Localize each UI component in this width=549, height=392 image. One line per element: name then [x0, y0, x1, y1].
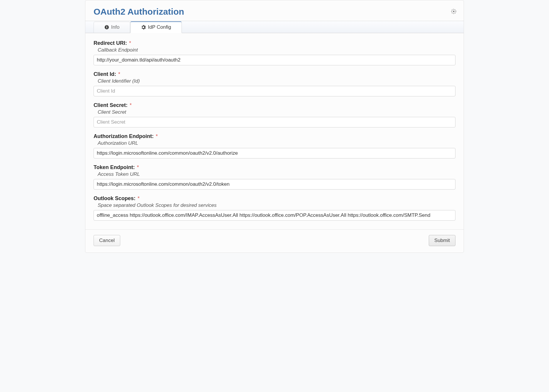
- client-id-label: Client Id: *: [94, 71, 455, 77]
- client-id-hint: Client Identifier (Id): [98, 78, 455, 84]
- required-star: *: [138, 195, 140, 201]
- redirect-uri-label: Redirect URI: *: [94, 40, 455, 46]
- cancel-button[interactable]: Cancel: [94, 235, 120, 246]
- token-endpoint-hint: Access Token URL: [98, 171, 455, 177]
- redirect-uri-input[interactable]: [94, 55, 455, 65]
- field-client-id: Client Id: * Client Identifier (Id): [94, 71, 455, 96]
- oauth2-authorization-modal: OAuth2 Authorization Info IdP Config: [85, 0, 464, 253]
- tab-info-label: Info: [111, 24, 119, 30]
- tabs: Info IdP Config: [85, 21, 464, 33]
- svg-rect-4: [106, 27, 107, 28]
- gear-icon: [141, 25, 146, 30]
- info-icon: [104, 25, 109, 30]
- authorization-endpoint-label: Authorization Endpoint: *: [94, 133, 455, 139]
- submit-button[interactable]: Submit: [429, 235, 455, 246]
- redirect-uri-hint: Callback Endpoint: [98, 47, 455, 53]
- client-id-input[interactable]: [94, 86, 455, 96]
- required-star: *: [156, 133, 158, 139]
- tab-info[interactable]: Info: [94, 22, 130, 33]
- tab-idp-config-label: IdP Config: [148, 24, 171, 30]
- outlook-scopes-label: Outlook Scopes: *: [94, 195, 455, 202]
- client-secret-input[interactable]: [94, 117, 455, 127]
- token-endpoint-input[interactable]: [94, 179, 455, 190]
- form-body: Redirect URI: * Callback Endpoint Client…: [85, 33, 464, 229]
- authorization-endpoint-hint: Authorization URL: [98, 140, 455, 146]
- field-authorization-endpoint: Authorization Endpoint: * Authorization …: [94, 133, 455, 158]
- modal-header: OAuth2 Authorization: [85, 0, 464, 21]
- field-redirect-uri: Redirect URI: * Callback Endpoint: [94, 40, 455, 65]
- field-outlook-scopes: Outlook Scopes: * Space separated Outloo…: [94, 195, 455, 221]
- client-secret-hint: Client Secret: [98, 109, 455, 115]
- tab-idp-config[interactable]: IdP Config: [130, 21, 182, 33]
- authorization-endpoint-input[interactable]: [94, 148, 455, 158]
- close-icon[interactable]: [451, 8, 457, 14]
- required-star: *: [137, 164, 139, 170]
- required-star: *: [118, 71, 120, 77]
- modal-footer: Cancel Submit: [85, 229, 464, 253]
- modal-title: OAuth2 Authorization: [94, 7, 455, 17]
- required-star: *: [129, 40, 131, 46]
- outlook-scopes-input[interactable]: [94, 210, 455, 221]
- client-secret-label: Client Secret: *: [94, 102, 455, 108]
- token-endpoint-label: Token Endpoint: *: [94, 164, 455, 171]
- field-token-endpoint: Token Endpoint: * Access Token URL: [94, 164, 455, 190]
- required-star: *: [130, 102, 132, 108]
- outlook-scopes-hint: Space separated Outlook Scopes for desir…: [98, 202, 455, 208]
- field-client-secret: Client Secret: * Client Secret: [94, 102, 455, 127]
- svg-rect-5: [106, 26, 107, 27]
